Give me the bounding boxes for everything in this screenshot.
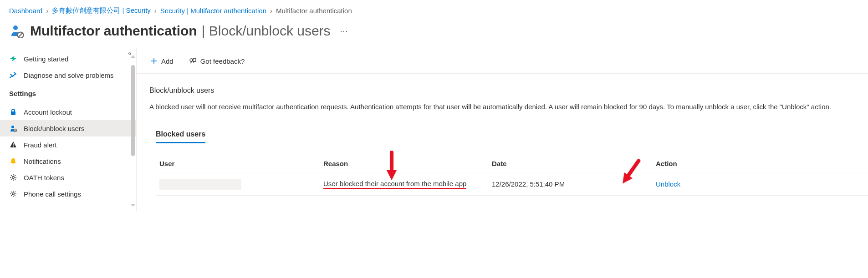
getting-started-icon <box>9 55 17 63</box>
svg-point-19 <box>12 193 15 195</box>
cell-reason: User blocked their account from the mobi… <box>323 180 492 189</box>
svg-line-26 <box>11 195 12 196</box>
section-description: A blocked user will not receive multifac… <box>149 102 868 112</box>
svg-line-27 <box>15 192 15 192</box>
svg-line-18 <box>15 175 15 176</box>
more-actions-button[interactable]: ⋯ <box>337 26 351 36</box>
svg-point-5 <box>11 126 14 128</box>
command-bar: Add Got feedback? <box>137 48 868 74</box>
svg-rect-9 <box>13 146 14 147</box>
breadcrumb: Dashboard › 多奇數位創意有限公司 | Security › Secu… <box>0 0 868 18</box>
sidebar-item-block-unblock[interactable]: Block/unblock users <box>0 120 136 136</box>
add-button[interactable]: Add <box>149 56 174 67</box>
table-header-row: User Reason Date Action <box>156 154 868 173</box>
page-title: Multifactor authentication | Block/unblo… <box>30 23 331 39</box>
sidebar-item-notifications[interactable]: Notifications <box>0 153 136 169</box>
tab-blocked-users[interactable]: Blocked users <box>156 130 205 143</box>
chevron-right-icon: › <box>270 7 272 15</box>
sidebar-item-oath-tokens[interactable]: OATH tokens <box>0 169 136 186</box>
feedback-icon <box>189 57 197 65</box>
sidebar-item-phone-call[interactable]: Phone call settings <box>0 186 136 202</box>
svg-line-16 <box>15 179 15 180</box>
sidebar-item-label: Fraud alert <box>24 141 57 149</box>
sidebar-item-diagnose[interactable]: Diagnose and solve problems <box>0 67 136 83</box>
sidebar-item-label: Account lockout <box>24 108 72 116</box>
feedback-label: Got feedback? <box>200 57 245 65</box>
page-title-sub: | Block/unblock users <box>202 23 331 39</box>
lock-icon <box>9 108 17 116</box>
diagnose-icon <box>9 71 17 79</box>
redacted-user <box>159 179 241 190</box>
sidebar-scrollbar[interactable] <box>131 55 135 207</box>
cell-action: Unblock <box>656 180 864 188</box>
breadcrumb-security-org[interactable]: 多奇數位創意有限公司 | Security <box>52 6 150 15</box>
chevron-right-icon: › <box>46 7 48 15</box>
toolbar-divider <box>181 56 181 66</box>
sidebar: « Getting started Diagnose and solve pro… <box>0 48 137 211</box>
sidebar-item-label: Block/unblock users <box>24 125 84 132</box>
plus-icon <box>150 57 158 65</box>
col-user: User <box>159 160 323 167</box>
breadcrumb-current: Multifactor authentication <box>276 7 352 15</box>
main-content: Add Got feedback? Block/unblock users A … <box>137 48 868 211</box>
bell-icon <box>9 157 17 165</box>
sidebar-item-label: Diagnose and solve problems <box>24 71 114 79</box>
col-reason: Reason <box>323 160 492 167</box>
section-heading: Block/unblock users <box>149 86 868 95</box>
mfa-user-blocked-icon <box>9 24 24 38</box>
sidebar-item-label: Notifications <box>24 157 61 165</box>
svg-line-15 <box>11 175 12 176</box>
cell-user <box>159 179 323 190</box>
col-date: Date <box>492 160 656 167</box>
svg-point-0 <box>13 25 18 30</box>
svg-point-30 <box>190 59 193 61</box>
breadcrumb-dashboard[interactable]: Dashboard <box>9 7 42 15</box>
sidebar-item-label: Getting started <box>24 55 68 63</box>
cell-date: 12/26/2022, 5:51:40 PM <box>492 180 656 188</box>
tab-bar: Blocked users <box>156 130 868 143</box>
page-header: Multifactor authentication | Block/unblo… <box>0 18 868 48</box>
unblock-link[interactable]: Unblock <box>656 180 680 188</box>
sidebar-item-fraud-alert[interactable]: Fraud alert <box>0 136 136 153</box>
svg-point-10 <box>12 177 15 179</box>
user-blocked-icon <box>9 124 17 132</box>
sidebar-item-label: Phone call settings <box>24 190 81 198</box>
table-row: User blocked their account from the mobi… <box>156 173 868 196</box>
sidebar-group-settings: Settings <box>0 83 136 101</box>
svg-line-24 <box>11 192 12 192</box>
reason-text: User blocked their account from the mobi… <box>323 180 466 189</box>
sidebar-item-account-lockout[interactable]: Account lockout <box>0 104 136 120</box>
col-action: Action <box>656 160 864 167</box>
page-title-main: Multifactor authentication <box>30 23 197 39</box>
warning-icon <box>9 141 17 149</box>
sidebar-item-label: OATH tokens <box>24 174 64 182</box>
gear-icon <box>9 173 17 182</box>
gear-icon <box>9 190 17 198</box>
sidebar-item-getting-started[interactable]: Getting started <box>0 51 136 67</box>
svg-rect-4 <box>11 111 15 115</box>
chevron-right-icon: › <box>154 7 157 15</box>
feedback-button[interactable]: Got feedback? <box>188 55 246 67</box>
add-label: Add <box>161 57 174 65</box>
blocked-users-table: User Reason Date Action User blocked the… <box>156 154 868 196</box>
breadcrumb-security-mfa[interactable]: Security | Multifactor authentication <box>160 7 266 15</box>
svg-line-25 <box>15 195 15 196</box>
svg-line-17 <box>11 179 12 180</box>
svg-rect-8 <box>13 143 14 146</box>
